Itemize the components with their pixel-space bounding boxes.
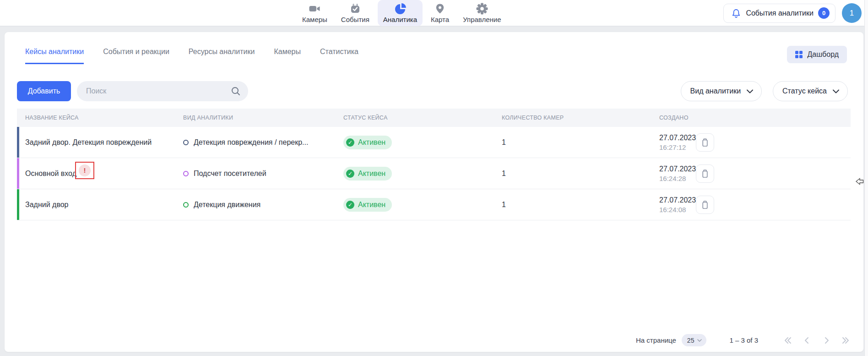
nav-item-management[interactable]: Управление bbox=[457, 0, 506, 26]
section-tabs: Кейсы аналитики События и реакции Ресурс… bbox=[25, 32, 358, 64]
chevron-down-icon bbox=[697, 339, 702, 342]
nav-item-map[interactable]: Карта bbox=[425, 0, 455, 26]
tab-events-reactions[interactable]: События и реакции bbox=[103, 32, 169, 64]
analytics-events-button[interactable]: События аналитики 0 bbox=[723, 4, 835, 23]
warning-icon: ! bbox=[79, 164, 91, 176]
analytics-events-label: События аналитики bbox=[746, 9, 814, 17]
previous-page-button[interactable] bbox=[802, 335, 812, 345]
per-page-label: На странице bbox=[636, 336, 676, 344]
pagination-range: 1 – 3 of 3 bbox=[729, 336, 758, 344]
analytics-type: Детекция повреждения / перекр... bbox=[194, 138, 308, 147]
status-label: Активен bbox=[358, 201, 385, 209]
bell-icon bbox=[731, 8, 741, 18]
nav-label: Аналитика bbox=[383, 16, 417, 23]
delete-button[interactable] bbox=[696, 133, 714, 152]
check-icon: ✓ bbox=[346, 170, 354, 178]
analytics-type-icon bbox=[183, 202, 189, 208]
pagination: На странице 25 1 – 3 of 3 bbox=[636, 334, 851, 346]
check-icon: ✓ bbox=[346, 138, 354, 147]
last-page-button[interactable] bbox=[841, 335, 851, 345]
analytics-type: Подсчет посетителей bbox=[194, 170, 266, 178]
tab-analytics-resources[interactable]: Ресурсы аналитики bbox=[189, 32, 255, 64]
case-name: Задний двор bbox=[25, 201, 69, 209]
delete-button[interactable] bbox=[696, 196, 714, 214]
col-header-case-status: СТАТУС КЕЙСА bbox=[343, 115, 501, 121]
created-date: 27.07.2023 bbox=[659, 134, 696, 142]
created-time: 16:24:08 bbox=[659, 206, 696, 214]
table-row[interactable]: Основной вход ! Подсчет посетителей ✓ Ак… bbox=[17, 158, 851, 189]
created-date: 27.07.2023 bbox=[659, 165, 696, 173]
case-status-filter[interactable]: Статус кейса bbox=[773, 81, 848, 101]
row-accent bbox=[17, 158, 19, 189]
events-icon bbox=[349, 2, 361, 15]
filters: Вид аналитики Статус кейса bbox=[681, 81, 848, 101]
filter-label: Статус кейса bbox=[782, 87, 827, 95]
created-date: 27.07.2023 bbox=[659, 196, 696, 204]
tab-cameras[interactable]: Камеры bbox=[274, 32, 301, 64]
nav-label: Управление bbox=[463, 16, 501, 23]
map-pin-icon bbox=[434, 2, 446, 15]
filter-label: Вид аналитики bbox=[690, 87, 741, 95]
table-body: Задний двор. Детекция повреждений Детекц… bbox=[17, 127, 851, 220]
dashboard-button-label: Дашборд bbox=[808, 50, 839, 59]
created-time: 16:24:28 bbox=[659, 175, 696, 182]
dashboard-button[interactable]: Дашборд bbox=[787, 46, 847, 63]
nav-label: События bbox=[341, 16, 369, 23]
status-label: Активен bbox=[358, 170, 385, 178]
analytics-type-filter[interactable]: Вид аналитики bbox=[681, 81, 762, 101]
avatar[interactable]: 1 bbox=[842, 3, 862, 23]
col-header-created: СОЗДАНО bbox=[659, 115, 822, 121]
nav-label: Камеры bbox=[302, 16, 327, 23]
nav-item-events[interactable]: События bbox=[336, 0, 375, 26]
row-accent bbox=[17, 189, 19, 220]
camera-count: 1 bbox=[501, 138, 659, 147]
tab-statistics[interactable]: Статистика bbox=[320, 32, 358, 64]
camera-icon bbox=[309, 2, 320, 15]
case-name: Основной вход bbox=[25, 170, 76, 178]
delete-button[interactable] bbox=[696, 164, 714, 183]
analytics-type-icon bbox=[183, 140, 189, 145]
per-page-select[interactable]: 25 bbox=[682, 334, 707, 346]
per-page-value: 25 bbox=[687, 337, 694, 344]
nav-item-analytics[interactable]: Аналитика bbox=[378, 0, 423, 26]
case-name: Задний двор. Детекция повреждений bbox=[25, 138, 152, 147]
analytics-cases-panel: Кейсы аналитики События и реакции Ресурс… bbox=[5, 32, 863, 352]
camera-count: 1 bbox=[501, 170, 659, 178]
status-badge: ✓ Активен bbox=[343, 167, 392, 181]
table-row[interactable]: Задний двор. Детекция повреждений Детекц… bbox=[17, 127, 851, 158]
trash-icon bbox=[700, 200, 710, 210]
nav-label: Карта bbox=[431, 16, 449, 23]
search-input[interactable] bbox=[86, 87, 231, 95]
search-box bbox=[77, 81, 248, 101]
col-header-case-name: НАЗВАНИЕ КЕЙСА bbox=[17, 115, 183, 121]
chevron-down-icon bbox=[833, 89, 839, 93]
trash-icon bbox=[700, 169, 710, 179]
gear-icon bbox=[476, 2, 488, 15]
col-header-camera-count: КОЛИЧЕСТВО КАМЕР bbox=[501, 115, 659, 121]
analytics-pie-icon bbox=[394, 2, 406, 15]
top-bar-right: События аналитики 0 1 bbox=[723, 3, 862, 23]
next-page-button[interactable] bbox=[821, 335, 831, 345]
check-icon: ✓ bbox=[346, 201, 354, 209]
grid-icon bbox=[795, 51, 803, 58]
warning-annotation: ! bbox=[75, 162, 94, 179]
scrollbar-track[interactable] bbox=[864, 0, 868, 356]
tab-analytics-cases[interactable]: Кейсы аналитики bbox=[25, 32, 84, 64]
status-badge: ✓ Активен bbox=[343, 198, 392, 212]
first-page-button[interactable] bbox=[783, 335, 793, 345]
cases-table: НАЗВАНИЕ КЕЙСА ВИД АНАЛИТИКИ СТАТУС КЕЙС… bbox=[17, 109, 851, 220]
created-time: 16:27:12 bbox=[659, 143, 696, 151]
nav-item-cameras[interactable]: Камеры bbox=[297, 0, 333, 26]
table-row[interactable]: Задний двор Детекция движения ✓ Активен … bbox=[17, 189, 851, 220]
toolbar: Добавить Вид аналитики Статус кейса bbox=[17, 81, 848, 101]
events-count-badge: 0 bbox=[818, 7, 830, 19]
mouse-cursor bbox=[856, 178, 864, 187]
pager-controls bbox=[783, 335, 851, 345]
row-accent bbox=[17, 127, 19, 158]
search-icon bbox=[231, 86, 241, 96]
table-header: НАЗВАНИЕ КЕЙСА ВИД АНАЛИТИКИ СТАТУС КЕЙС… bbox=[17, 109, 851, 127]
camera-count: 1 bbox=[501, 201, 659, 209]
status-badge: ✓ Активен bbox=[343, 136, 392, 149]
add-button[interactable]: Добавить bbox=[17, 81, 71, 101]
analytics-type-icon bbox=[183, 171, 189, 176]
